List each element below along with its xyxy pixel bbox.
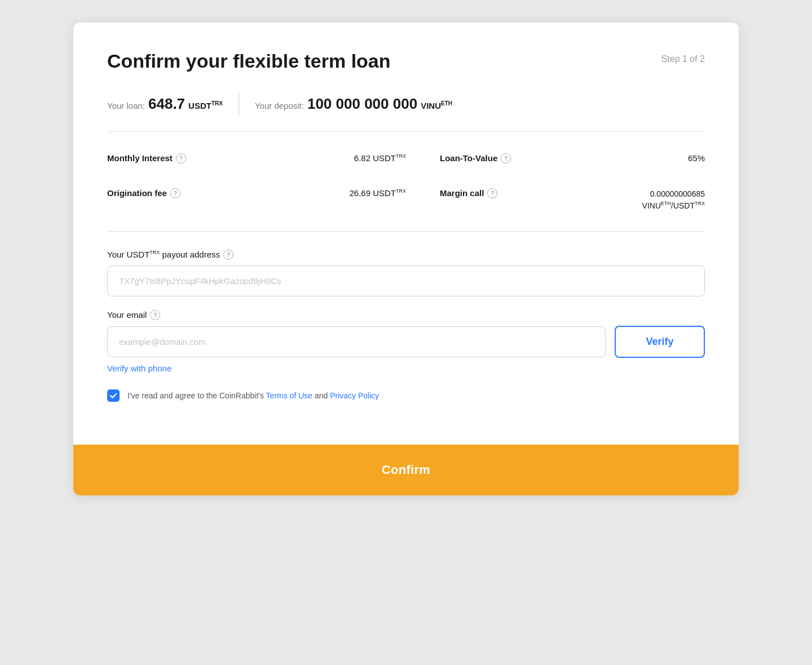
payout-address-input[interactable] <box>107 265 705 296</box>
deposit-currency: VINUETH <box>421 100 452 110</box>
ltv-row: Loan-To-Value ? 65% <box>406 143 705 174</box>
loan-label: Your loan: <box>107 101 145 110</box>
monthly-interest-label: Monthly Interest ? <box>107 153 209 163</box>
verify-with-phone-link[interactable]: Verify with phone <box>107 363 171 373</box>
ltv-help-icon[interactable]: ? <box>501 153 511 163</box>
confirm-button[interactable]: Confirm <box>73 445 739 495</box>
page-title: Confirm your flexible term loan <box>107 50 391 73</box>
vertical-divider <box>239 93 239 116</box>
terms-of-use-link[interactable]: Terms of Use <box>266 391 312 400</box>
right-details-col: Loan-To-Value ? 65% Margin call ? 0.0000… <box>406 143 705 222</box>
header-row: Confirm your flexible term loan Step 1 o… <box>107 50 705 73</box>
margin-call-row: Margin call ? 0.00000000685 VINUETH/USDT… <box>406 178 705 222</box>
terms-text: I've read and agree to the CoinRabbit's … <box>127 391 379 400</box>
verify-button[interactable]: Verify <box>615 326 705 358</box>
loan-currency: USDTTRX <box>188 100 223 110</box>
details-grid: Monthly Interest ? 6.82 USDTTRX Originat… <box>107 143 705 222</box>
deposit-currency-sup: ETH <box>441 100 452 107</box>
margin-call-label: Margin call ? <box>440 188 541 198</box>
payout-address-label: Your USDTTRX payout address ? <box>107 250 705 260</box>
terms-checkbox[interactable] <box>107 389 120 402</box>
email-row: Verify <box>107 326 705 358</box>
deposit-label: Your deposit: <box>255 101 304 110</box>
monthly-interest-help-icon[interactable]: ? <box>176 153 186 163</box>
terms-row: I've read and agree to the CoinRabbit's … <box>107 389 705 402</box>
checkmark-icon <box>109 392 117 400</box>
email-section: Your email ? Verify Verify with phone <box>107 310 705 374</box>
margin-call-help-icon[interactable]: ? <box>487 188 497 198</box>
payout-help-icon[interactable]: ? <box>223 250 233 260</box>
divider-1 <box>107 131 705 132</box>
loan-summary: Your loan: 648.7 USDTTRX Your deposit: 1… <box>107 93 705 116</box>
ltv-label: Loan-To-Value ? <box>440 153 541 163</box>
loan-confirm-card: Confirm your flexible term loan Step 1 o… <box>73 23 739 495</box>
origination-fee-value: 26.69 USDTTRX <box>349 188 406 198</box>
margin-call-value: 0.00000000685 VINUETH/USDTTRX <box>642 188 705 212</box>
loan-amount: 648.7 <box>148 95 185 113</box>
email-label: Your email ? <box>107 310 705 320</box>
left-details-col: Monthly Interest ? 6.82 USDTTRX Originat… <box>107 143 406 222</box>
origination-fee-label: Origination fee ? <box>107 188 209 198</box>
step-indicator: Step 1 of 2 <box>661 54 705 64</box>
deposit-amount-item: Your deposit: 100 000 000 000 VINUETH <box>255 95 452 113</box>
payout-address-section: Your USDTTRX payout address ? <box>107 250 705 296</box>
email-input[interactable] <box>107 326 606 357</box>
email-help-icon[interactable]: ? <box>150 310 160 320</box>
monthly-interest-value: 6.82 USDTTRX <box>354 153 406 163</box>
loan-currency-sup: TRX <box>211 100 223 107</box>
monthly-interest-row: Monthly Interest ? 6.82 USDTTRX <box>107 143 406 174</box>
origination-fee-row: Origination fee ? 26.69 USDTTRX <box>107 178 406 209</box>
loan-amount-item: Your loan: 648.7 USDTTRX <box>107 95 223 113</box>
ltv-value: 65% <box>688 153 705 163</box>
deposit-amount: 100 000 000 000 <box>307 95 417 113</box>
privacy-policy-link[interactable]: Privacy Policy <box>330 391 379 400</box>
section-divider <box>107 231 705 232</box>
origination-fee-help-icon[interactable]: ? <box>170 188 180 198</box>
